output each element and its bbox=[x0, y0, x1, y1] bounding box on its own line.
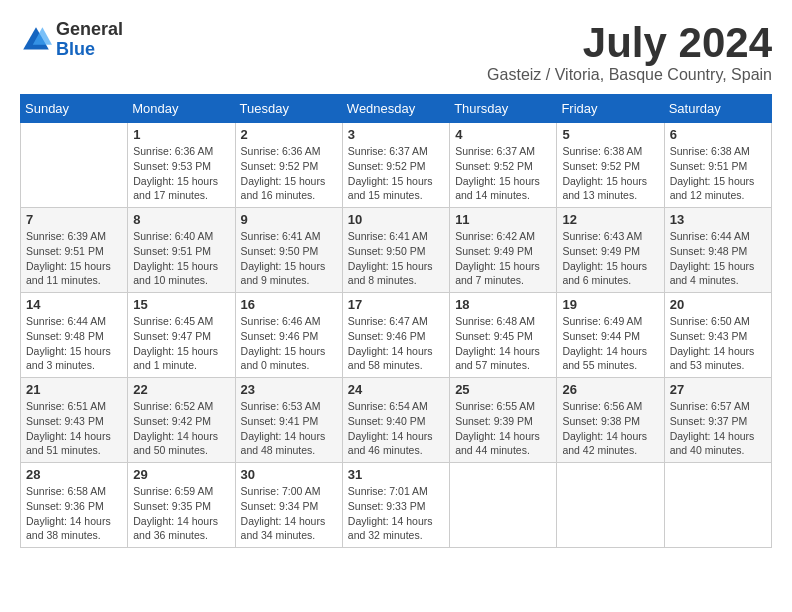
weekday-header-tuesday: Tuesday bbox=[235, 95, 342, 123]
day-number: 18 bbox=[455, 297, 551, 312]
day-info: Sunrise: 6:36 AMSunset: 9:52 PMDaylight:… bbox=[241, 144, 337, 203]
day-info: Sunrise: 6:36 AMSunset: 9:53 PMDaylight:… bbox=[133, 144, 229, 203]
calendar-cell: 31Sunrise: 7:01 AMSunset: 9:33 PMDayligh… bbox=[342, 463, 449, 548]
day-info: Sunrise: 7:01 AMSunset: 9:33 PMDaylight:… bbox=[348, 484, 444, 543]
day-info: Sunrise: 6:39 AMSunset: 9:51 PMDaylight:… bbox=[26, 229, 122, 288]
day-number: 10 bbox=[348, 212, 444, 227]
day-number: 13 bbox=[670, 212, 766, 227]
day-info: Sunrise: 6:54 AMSunset: 9:40 PMDaylight:… bbox=[348, 399, 444, 458]
day-number: 31 bbox=[348, 467, 444, 482]
calendar-cell: 8Sunrise: 6:40 AMSunset: 9:51 PMDaylight… bbox=[128, 208, 235, 293]
calendar-cell: 24Sunrise: 6:54 AMSunset: 9:40 PMDayligh… bbox=[342, 378, 449, 463]
weekday-header-sunday: Sunday bbox=[21, 95, 128, 123]
day-info: Sunrise: 6:48 AMSunset: 9:45 PMDaylight:… bbox=[455, 314, 551, 373]
calendar-cell: 26Sunrise: 6:56 AMSunset: 9:38 PMDayligh… bbox=[557, 378, 664, 463]
calendar-cell: 13Sunrise: 6:44 AMSunset: 9:48 PMDayligh… bbox=[664, 208, 771, 293]
day-number: 26 bbox=[562, 382, 658, 397]
day-number: 23 bbox=[241, 382, 337, 397]
weekday-header-thursday: Thursday bbox=[450, 95, 557, 123]
day-info: Sunrise: 6:37 AMSunset: 9:52 PMDaylight:… bbox=[455, 144, 551, 203]
week-row-2: 7Sunrise: 6:39 AMSunset: 9:51 PMDaylight… bbox=[21, 208, 772, 293]
day-info: Sunrise: 6:49 AMSunset: 9:44 PMDaylight:… bbox=[562, 314, 658, 373]
weekday-header-row: SundayMondayTuesdayWednesdayThursdayFrid… bbox=[21, 95, 772, 123]
calendar-cell: 17Sunrise: 6:47 AMSunset: 9:46 PMDayligh… bbox=[342, 293, 449, 378]
day-info: Sunrise: 6:58 AMSunset: 9:36 PMDaylight:… bbox=[26, 484, 122, 543]
day-number: 17 bbox=[348, 297, 444, 312]
day-info: Sunrise: 6:44 AMSunset: 9:48 PMDaylight:… bbox=[26, 314, 122, 373]
calendar-cell: 3Sunrise: 6:37 AMSunset: 9:52 PMDaylight… bbox=[342, 123, 449, 208]
calendar-cell bbox=[557, 463, 664, 548]
logo-text: General Blue bbox=[56, 20, 123, 60]
weekday-header-wednesday: Wednesday bbox=[342, 95, 449, 123]
calendar-cell: 28Sunrise: 6:58 AMSunset: 9:36 PMDayligh… bbox=[21, 463, 128, 548]
calendar-cell: 30Sunrise: 7:00 AMSunset: 9:34 PMDayligh… bbox=[235, 463, 342, 548]
day-info: Sunrise: 6:44 AMSunset: 9:48 PMDaylight:… bbox=[670, 229, 766, 288]
day-number: 7 bbox=[26, 212, 122, 227]
day-number: 19 bbox=[562, 297, 658, 312]
day-info: Sunrise: 6:56 AMSunset: 9:38 PMDaylight:… bbox=[562, 399, 658, 458]
day-number: 14 bbox=[26, 297, 122, 312]
calendar-title: July 2024 bbox=[487, 20, 772, 66]
day-number: 27 bbox=[670, 382, 766, 397]
day-number: 1 bbox=[133, 127, 229, 142]
calendar-cell: 1Sunrise: 6:36 AMSunset: 9:53 PMDaylight… bbox=[128, 123, 235, 208]
logo-icon bbox=[20, 24, 52, 56]
day-info: Sunrise: 6:59 AMSunset: 9:35 PMDaylight:… bbox=[133, 484, 229, 543]
day-info: Sunrise: 6:57 AMSunset: 9:37 PMDaylight:… bbox=[670, 399, 766, 458]
day-number: 24 bbox=[348, 382, 444, 397]
calendar-cell: 27Sunrise: 6:57 AMSunset: 9:37 PMDayligh… bbox=[664, 378, 771, 463]
day-info: Sunrise: 6:38 AMSunset: 9:51 PMDaylight:… bbox=[670, 144, 766, 203]
calendar-cell: 4Sunrise: 6:37 AMSunset: 9:52 PMDaylight… bbox=[450, 123, 557, 208]
day-info: Sunrise: 6:47 AMSunset: 9:46 PMDaylight:… bbox=[348, 314, 444, 373]
calendar-cell bbox=[450, 463, 557, 548]
weekday-header-friday: Friday bbox=[557, 95, 664, 123]
day-number: 16 bbox=[241, 297, 337, 312]
calendar-subtitle: Gasteiz / Vitoria, Basque Country, Spain bbox=[487, 66, 772, 84]
day-number: 12 bbox=[562, 212, 658, 227]
calendar-cell: 10Sunrise: 6:41 AMSunset: 9:50 PMDayligh… bbox=[342, 208, 449, 293]
week-row-1: 1Sunrise: 6:36 AMSunset: 9:53 PMDaylight… bbox=[21, 123, 772, 208]
day-number: 21 bbox=[26, 382, 122, 397]
calendar-cell: 16Sunrise: 6:46 AMSunset: 9:46 PMDayligh… bbox=[235, 293, 342, 378]
day-number: 3 bbox=[348, 127, 444, 142]
day-number: 22 bbox=[133, 382, 229, 397]
day-info: Sunrise: 6:41 AMSunset: 9:50 PMDaylight:… bbox=[348, 229, 444, 288]
calendar-cell: 22Sunrise: 6:52 AMSunset: 9:42 PMDayligh… bbox=[128, 378, 235, 463]
day-number: 8 bbox=[133, 212, 229, 227]
calendar-cell: 23Sunrise: 6:53 AMSunset: 9:41 PMDayligh… bbox=[235, 378, 342, 463]
calendar-cell: 20Sunrise: 6:50 AMSunset: 9:43 PMDayligh… bbox=[664, 293, 771, 378]
day-number: 29 bbox=[133, 467, 229, 482]
day-number: 30 bbox=[241, 467, 337, 482]
calendar-cell: 18Sunrise: 6:48 AMSunset: 9:45 PMDayligh… bbox=[450, 293, 557, 378]
weekday-header-saturday: Saturday bbox=[664, 95, 771, 123]
day-info: Sunrise: 6:53 AMSunset: 9:41 PMDaylight:… bbox=[241, 399, 337, 458]
calendar-cell: 19Sunrise: 6:49 AMSunset: 9:44 PMDayligh… bbox=[557, 293, 664, 378]
week-row-5: 28Sunrise: 6:58 AMSunset: 9:36 PMDayligh… bbox=[21, 463, 772, 548]
day-number: 5 bbox=[562, 127, 658, 142]
day-info: Sunrise: 6:40 AMSunset: 9:51 PMDaylight:… bbox=[133, 229, 229, 288]
calendar-cell: 29Sunrise: 6:59 AMSunset: 9:35 PMDayligh… bbox=[128, 463, 235, 548]
day-info: Sunrise: 6:37 AMSunset: 9:52 PMDaylight:… bbox=[348, 144, 444, 203]
day-info: Sunrise: 6:45 AMSunset: 9:47 PMDaylight:… bbox=[133, 314, 229, 373]
calendar-cell bbox=[21, 123, 128, 208]
calendar-cell: 7Sunrise: 6:39 AMSunset: 9:51 PMDaylight… bbox=[21, 208, 128, 293]
day-info: Sunrise: 7:00 AMSunset: 9:34 PMDaylight:… bbox=[241, 484, 337, 543]
day-number: 20 bbox=[670, 297, 766, 312]
calendar-cell: 6Sunrise: 6:38 AMSunset: 9:51 PMDaylight… bbox=[664, 123, 771, 208]
day-info: Sunrise: 6:41 AMSunset: 9:50 PMDaylight:… bbox=[241, 229, 337, 288]
week-row-4: 21Sunrise: 6:51 AMSunset: 9:43 PMDayligh… bbox=[21, 378, 772, 463]
day-info: Sunrise: 6:43 AMSunset: 9:49 PMDaylight:… bbox=[562, 229, 658, 288]
calendar-cell: 12Sunrise: 6:43 AMSunset: 9:49 PMDayligh… bbox=[557, 208, 664, 293]
day-info: Sunrise: 6:52 AMSunset: 9:42 PMDaylight:… bbox=[133, 399, 229, 458]
day-number: 9 bbox=[241, 212, 337, 227]
day-number: 11 bbox=[455, 212, 551, 227]
weekday-header-monday: Monday bbox=[128, 95, 235, 123]
logo: General Blue bbox=[20, 20, 123, 60]
day-number: 25 bbox=[455, 382, 551, 397]
day-number: 2 bbox=[241, 127, 337, 142]
calendar-cell: 25Sunrise: 6:55 AMSunset: 9:39 PMDayligh… bbox=[450, 378, 557, 463]
week-row-3: 14Sunrise: 6:44 AMSunset: 9:48 PMDayligh… bbox=[21, 293, 772, 378]
page-container: General Blue July 2024 Gasteiz / Vitoria… bbox=[20, 20, 772, 548]
day-number: 28 bbox=[26, 467, 122, 482]
calendar-cell: 14Sunrise: 6:44 AMSunset: 9:48 PMDayligh… bbox=[21, 293, 128, 378]
